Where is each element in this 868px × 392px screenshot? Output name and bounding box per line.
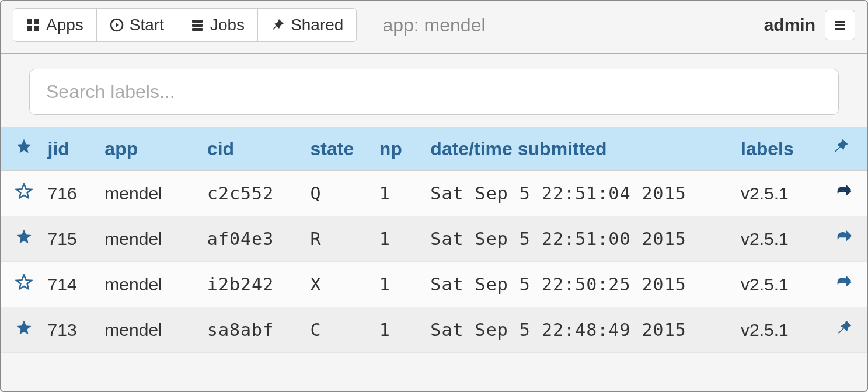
apps-button[interactable]: Apps [13,9,97,41]
share-icon[interactable] [835,274,853,291]
table-header-row: jid app cid state np date/time submitted… [1,127,867,171]
cell-jid: 715 [42,216,99,262]
play-circle-icon [110,18,124,32]
start-button[interactable]: Start [97,9,177,41]
pin-icon[interactable] [835,319,853,337]
search-input[interactable] [29,69,839,115]
cell-np: 1 [374,171,425,216]
header-jid[interactable]: jid [42,127,99,171]
star-icon[interactable] [15,274,33,291]
cell-app: mendel [99,171,201,216]
cell-cid: i2b242 [201,262,305,307]
menu-icon [833,18,847,32]
share-icon[interactable] [835,183,853,200]
shared-button[interactable]: Shared [258,9,356,41]
username[interactable]: admin [764,15,815,35]
cell-jid: 714 [42,262,99,307]
apps-label: Apps [46,16,83,34]
grid-icon [26,18,40,32]
header-action[interactable] [826,127,867,171]
navbar: Apps Start Jobs Shared app: mendel admin [1,1,867,54]
star-icon[interactable] [15,183,33,200]
table-row[interactable]: 714mendeli2b242X1Sat Sep 5 22:50:25 2015… [1,262,867,307]
header-state[interactable]: state [304,127,373,171]
cell-date: Sat Sep 5 22:50:25 2015 [424,262,735,307]
server-icon [190,18,204,32]
cell-np: 1 [374,262,425,307]
jobs-label: Jobs [210,16,245,34]
pin-icon [832,138,849,155]
cell-jid: 716 [42,171,99,216]
header-labels[interactable]: labels [735,127,826,171]
header-np[interactable]: np [374,127,425,171]
cell-state: Q [304,171,373,216]
pin-icon [271,18,285,32]
hamburger-button[interactable] [825,10,855,40]
cell-labels: v2.5.1 [735,216,826,262]
cell-state: X [304,262,373,307]
star-icon [15,138,33,155]
jobs-table: jid app cid state np date/time submitted… [1,127,867,353]
header-app[interactable]: app [99,127,201,171]
navbar-right: admin [764,10,855,40]
app-title: app: mendel [382,15,485,36]
table-row[interactable]: 715mendelaf04e3R1Sat Sep 5 22:51:00 2015… [1,216,867,262]
cell-date: Sat Sep 5 22:51:04 2015 [424,171,735,216]
cell-app: mendel [99,262,201,307]
cell-state: R [304,216,373,262]
cell-date: Sat Sep 5 22:51:00 2015 [424,216,735,262]
cell-np: 1 [374,216,425,262]
cell-labels: v2.5.1 [735,307,826,353]
search-container [1,54,867,127]
table-row[interactable]: 713mendelsa8abfC1Sat Sep 5 22:48:49 2015… [1,307,867,353]
star-icon[interactable] [15,228,33,246]
table-row[interactable]: 716mendelc2c552Q1Sat Sep 5 22:51:04 2015… [1,171,867,216]
shared-label: Shared [291,16,343,34]
header-cid[interactable]: cid [201,127,305,171]
cell-cid: af04e3 [201,216,305,262]
cell-state: C [304,307,373,353]
jobs-button[interactable]: Jobs [177,9,258,41]
share-icon[interactable] [835,228,853,246]
cell-cid: sa8abf [201,307,305,353]
cell-labels: v2.5.1 [735,262,826,307]
star-icon[interactable] [15,319,33,337]
cell-jid: 713 [42,307,99,353]
cell-np: 1 [374,307,425,353]
cell-date: Sat Sep 5 22:48:49 2015 [424,307,735,353]
nav-button-group: Apps Start Jobs Shared [13,8,357,42]
header-star[interactable] [1,127,42,171]
cell-app: mendel [99,307,201,353]
cell-labels: v2.5.1 [735,171,826,216]
header-date[interactable]: date/time submitted [424,127,735,171]
start-label: Start [130,16,164,34]
cell-cid: c2c552 [201,171,305,216]
cell-app: mendel [99,216,201,262]
